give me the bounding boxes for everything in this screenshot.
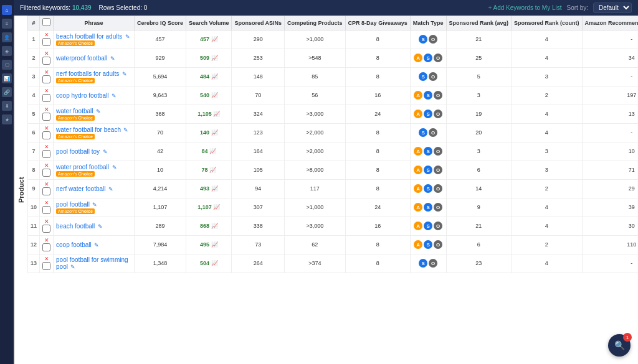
phrase-link[interactable]: coop hydro football — [56, 92, 109, 99]
row-checkbox[interactable] — [42, 94, 50, 102]
row-checkbox[interactable] — [42, 262, 50, 270]
chart-icon[interactable]: 📈 — [211, 223, 218, 229]
chart-icon[interactable]: 📈 — [211, 73, 218, 80]
row-checkbox[interactable] — [42, 131, 50, 139]
row-checkbox[interactable] — [42, 169, 50, 177]
chart-icon[interactable]: 📈 — [211, 260, 218, 266]
phrase-cell: beach football ✎ — [54, 217, 135, 235]
row-remove-btn[interactable]: ✕ — [44, 200, 49, 206]
phrase-edit-icon[interactable]: ✎ — [103, 149, 108, 155]
search-volume: 504 📈 — [186, 254, 232, 273]
phrase-link[interactable]: nerf footballs for adults — [56, 70, 119, 77]
nav-home-icon[interactable]: ⌂ — [2, 5, 12, 15]
phrase-edit-icon[interactable]: ✎ — [122, 71, 127, 77]
select-all-checkbox[interactable] — [42, 18, 50, 26]
chart-icon[interactable]: 📈 — [213, 111, 220, 117]
add-keywords-button[interactable]: + Add Keywords to My List — [488, 4, 561, 11]
row-remove-btn[interactable]: ✕ — [44, 237, 49, 243]
row-checkbox[interactable] — [42, 38, 50, 46]
row-checkbox[interactable] — [42, 206, 50, 214]
match-types: ASO — [410, 142, 446, 161]
nav-grid-icon[interactable]: ◈ — [2, 46, 12, 56]
row-remove-btn[interactable]: ✕ — [44, 162, 49, 169]
phrase-link[interactable]: pool football toy — [56, 148, 100, 155]
phrase-link[interactable]: water football — [56, 108, 93, 114]
chart-icon[interactable]: 📈 — [213, 204, 220, 210]
match-badge-a: A — [414, 91, 422, 100]
chart-icon[interactable]: 📈 — [211, 92, 218, 98]
phrase-link[interactable]: beach football — [56, 223, 95, 230]
nav-menu-icon[interactable]: ≡ — [2, 19, 12, 29]
row-checkbox[interactable] — [42, 150, 50, 158]
row-num: 7 — [28, 142, 40, 161]
nav-link-icon[interactable]: 🔗 — [2, 87, 12, 97]
sv-value: 78 — [201, 167, 207, 173]
table-row: 9 ✕ nerf water football ✎ 4,214 493 📈 94… — [28, 179, 639, 198]
row-remove-btn[interactable]: ✕ — [44, 256, 49, 262]
table-body: 1 ✕ beach football for adults ✎ Amazon's… — [28, 30, 639, 273]
nav-chart-icon[interactable]: 📊 — [2, 73, 12, 83]
phrase-edit-icon[interactable]: ✎ — [110, 55, 115, 62]
phrase-edit-icon[interactable]: ✎ — [125, 34, 130, 40]
phrase-edit-icon[interactable]: ✎ — [94, 242, 99, 248]
amz-rank-avg: 110 — [582, 235, 638, 254]
row-checkbox[interactable] — [42, 187, 50, 195]
product-tab[interactable]: Product — [14, 16, 27, 364]
row-num: 12 — [28, 235, 40, 254]
sort-select[interactable]: Default — [593, 2, 632, 13]
row-remove-btn[interactable]: ✕ — [44, 106, 49, 113]
match-badge-o: O — [434, 91, 442, 100]
phrase-link[interactable]: pool football for swimming pool — [56, 256, 128, 270]
sv-value: 1,107 — [198, 204, 212, 210]
nav-hex-icon[interactable]: ⬡ — [2, 60, 12, 70]
phrase-edit-icon[interactable]: ✎ — [96, 108, 101, 114]
phrase-edit-icon[interactable]: ✎ — [123, 127, 128, 133]
row-remove-btn[interactable]: ✕ — [44, 32, 49, 38]
phrase-edit-icon[interactable]: ✎ — [112, 93, 117, 99]
phrase-edit-icon[interactable]: ✎ — [92, 202, 97, 208]
row-remove-btn[interactable]: ✕ — [44, 50, 49, 57]
chart-icon[interactable]: 📈 — [211, 36, 218, 42]
phrase-edit-icon[interactable]: ✎ — [98, 223, 103, 230]
row-remove-btn[interactable]: ✕ — [44, 69, 49, 75]
chart-icon[interactable]: 📈 — [211, 185, 218, 192]
col-sp-rank-cnt: Sponsored Rank (count) — [512, 16, 583, 30]
row-remove-btn[interactable]: ✕ — [44, 181, 49, 187]
phrase-link[interactable]: nerf water football — [56, 185, 106, 192]
row-remove-btn[interactable]: ✕ — [44, 218, 49, 225]
phrase-edit-icon[interactable]: ✎ — [108, 186, 113, 192]
phrase-link[interactable]: pool football — [56, 201, 90, 208]
row-checkbox[interactable] — [42, 113, 50, 121]
chart-icon[interactable]: 📈 — [211, 55, 218, 61]
col-match: Match Type — [410, 16, 446, 30]
phrase-link[interactable]: water football for beach — [56, 126, 121, 133]
row-checkbox[interactable] — [42, 225, 50, 233]
nav-star-icon[interactable]: ★ — [2, 114, 12, 124]
row-checkbox[interactable] — [42, 243, 50, 251]
row-num: 3 — [28, 67, 40, 86]
row-remove-btn[interactable]: ✕ — [44, 125, 49, 131]
phrase-cell: pool football toy ✎ — [54, 142, 135, 161]
chart-icon[interactable]: 📈 — [209, 148, 216, 154]
search-fab-button[interactable]: 🔍 1 — [608, 334, 631, 357]
phrase-link[interactable]: coop football — [56, 241, 92, 248]
sp-rank-avg: 21 — [446, 217, 512, 235]
row-checkbox[interactable] — [42, 57, 50, 65]
chart-icon[interactable]: 📈 — [211, 241, 218, 248]
phrase-link[interactable]: water proof football — [56, 164, 109, 170]
phrase-link[interactable]: waterproof football — [56, 55, 107, 62]
phrase-link[interactable]: beach football for adults — [56, 33, 122, 40]
row-remove-btn[interactable]: ✕ — [44, 144, 49, 150]
row-num: 4 — [28, 86, 40, 105]
phrase-edit-icon[interactable]: ✎ — [70, 264, 75, 270]
iq-score: 1,107 — [135, 198, 186, 217]
nav-download-icon[interactable]: ⬇ — [2, 101, 12, 111]
nav-user-icon[interactable]: 👤 — [2, 32, 12, 42]
phrase-edit-icon[interactable]: ✎ — [112, 164, 117, 170]
row-checkbox[interactable] — [42, 75, 50, 83]
match-badge-a: A — [414, 110, 422, 118]
row-remove-btn[interactable]: ✕ — [44, 88, 49, 94]
chart-icon[interactable]: 📈 — [211, 129, 218, 136]
match-badge-o: O — [429, 72, 437, 81]
chart-icon[interactable]: 📈 — [209, 167, 216, 173]
